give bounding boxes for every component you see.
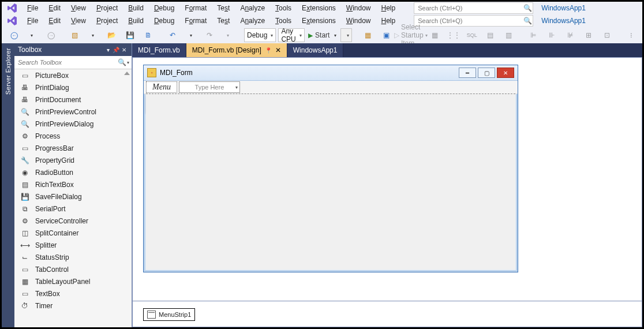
toolbox-item[interactable]: ⚙ServiceController (14, 215, 132, 227)
toolbox-item[interactable]: ▤RichTextBox (14, 178, 132, 190)
menu-build-2[interactable]: Build (123, 16, 148, 26)
undo-button[interactable]: ↶ (164, 29, 181, 42)
toolbox-item[interactable]: 🔧PropertyGrid (14, 154, 132, 166)
toolbox-item[interactable]: ⌙StatusStrip (14, 251, 132, 263)
redo-button[interactable]: ↷ (201, 29, 218, 42)
toolbar-btn-b[interactable]: ▣ (379, 29, 395, 42)
tab-mdiform-design[interactable]: MDI_Form.vb [Design]📍✕ (186, 43, 287, 57)
menu-view-2[interactable]: View (66, 16, 91, 26)
toolbox-item[interactable]: 🔍PrintPreviewControl (14, 106, 132, 118)
menu-test[interactable]: Test (212, 3, 234, 13)
minimize-button[interactable]: ━ (459, 68, 476, 78)
menu-format-2[interactable]: Format (180, 16, 211, 26)
toolbox-item[interactable]: 🔍PrintPreviewDialog (14, 118, 132, 130)
nav-back-drop[interactable]: ▾ (24, 29, 40, 42)
align-d-icon[interactable]: ⊞ (581, 29, 597, 42)
align-c-icon[interactable]: ⊯ (562, 29, 578, 42)
menu-test-2[interactable]: Test (212, 16, 234, 26)
toolbox-item[interactable]: 🖶PrintDialog (14, 81, 132, 94)
new-drop[interactable]: ▾ (85, 29, 101, 42)
align-a-icon[interactable]: ⊫ (525, 29, 541, 42)
toolbar-btn-a[interactable]: ▦ (360, 29, 376, 42)
tab-close-icon[interactable]: ✕ (275, 46, 281, 54)
toolbox-item[interactable]: ▭TabControl (14, 263, 132, 275)
undo-drop[interactable]: ▾ (183, 29, 199, 42)
menu-file[interactable]: File (23, 3, 43, 13)
dots-icon[interactable]: ⋮⋮ (445, 29, 462, 42)
config-dropdown[interactable]: Debug▾ (244, 28, 276, 42)
db-icon[interactable]: ▤ (482, 29, 499, 42)
attach-dropdown[interactable]: ▾ (340, 28, 352, 42)
toolbox-item[interactable]: ⟷Splitter (14, 239, 132, 251)
toolbox-item[interactable]: 💾SaveFileDialog (14, 190, 132, 203)
menu-view[interactable]: View (66, 3, 91, 13)
nav-back-button[interactable]: ◯← (5, 29, 21, 42)
align-b-icon[interactable]: ⊪ (544, 29, 560, 42)
toolbox-item[interactable]: ⚙Process (14, 130, 132, 142)
db2-icon[interactable]: ▥ (501, 29, 517, 42)
menu-help[interactable]: Help (377, 3, 400, 13)
maximize-button[interactable]: ▢ (478, 68, 495, 78)
save-all-button[interactable]: 🗎 (140, 29, 156, 42)
menu-tools[interactable]: Tools (271, 3, 296, 13)
scroll-up-icon[interactable] (124, 72, 130, 75)
toolbox-pin-icon[interactable]: 📌 (112, 47, 120, 53)
menu-file-2[interactable]: File (23, 16, 43, 26)
toolbox-menu-icon[interactable]: ▾ (104, 47, 112, 53)
menu-analyze[interactable]: Analyze (235, 3, 269, 13)
menu-debug-2[interactable]: Debug (149, 16, 179, 26)
sql-icon[interactable]: SQL (464, 29, 480, 42)
menu-window-2[interactable]: Window (342, 16, 376, 26)
toolbox-item[interactable]: ⏱Timer (14, 300, 132, 312)
new-project-button[interactable]: ▧ (66, 29, 83, 42)
toolbox-item[interactable]: ▭TextBox (14, 287, 132, 300)
menu-item-menu[interactable]: Menu (146, 81, 177, 93)
menu-extensions[interactable]: Extensions (297, 3, 340, 13)
menu-extensions-2[interactable]: Extensions (297, 16, 340, 26)
form-window[interactable]: ▫ MDI_Form ━ ▢ ✕ Menu Type Here▾ (143, 65, 518, 272)
designer-surface[interactable]: ▫ MDI_Form ━ ▢ ✕ Menu Type Here▾ (132, 57, 642, 327)
toolbox-search-input[interactable] (14, 59, 117, 66)
form-client-area[interactable] (146, 94, 515, 270)
menu-project-2[interactable]: Project (92, 16, 122, 26)
platform-dropdown[interactable]: Any CPU▾ (278, 28, 304, 42)
menu-help-2[interactable]: Help (377, 16, 400, 26)
tab-mdiform-vb[interactable]: MDI_Form.vb (132, 43, 186, 57)
server-explorer-tab[interactable]: Server Explorer (2, 43, 14, 327)
toolbox-item[interactable]: ▭ProgressBar (14, 142, 132, 154)
solution-name[interactable]: WindowsApp1 (541, 4, 586, 12)
toolbox-search[interactable]: 🔍 ▾ (14, 56, 132, 69)
menu-project[interactable]: Project (92, 3, 122, 13)
open-button[interactable]: 📂 (103, 29, 119, 42)
menu-debug[interactable]: Debug (149, 3, 179, 13)
ide-search-input[interactable] (414, 5, 522, 12)
menu-tools-2[interactable]: Tools (271, 16, 296, 26)
overflow-icon[interactable]: ⫶ (623, 29, 639, 42)
menustrip[interactable]: Menu Type Here▾ Type Here (144, 81, 518, 94)
save-button[interactable]: 💾 (122, 29, 138, 42)
toolbox-close-icon[interactable]: ✕ (120, 47, 128, 53)
toolbox-item[interactable]: 🖶PrintDocument (14, 94, 132, 106)
align-e-icon[interactable]: ⊡ (599, 29, 615, 42)
pin-icon[interactable]: 📍 (265, 47, 272, 54)
menu-edit[interactable]: Edit (44, 3, 65, 13)
toolbox-search-drop[interactable]: ▾ (127, 60, 132, 65)
ide-search-input-2[interactable] (414, 17, 522, 24)
menu-analyze-2[interactable]: Analyze (235, 16, 269, 26)
close-button[interactable]: ✕ (497, 68, 514, 78)
menu-build[interactable]: Build (123, 3, 148, 13)
menu-format[interactable]: Format (180, 3, 211, 13)
toolbox-item[interactable]: ⧉SerialPort (14, 203, 132, 215)
tab-windowsapp1[interactable]: WindowsApp1 (287, 43, 344, 57)
menu-edit-2[interactable]: Edit (44, 16, 65, 26)
redo-drop[interactable]: ▾ (220, 29, 236, 42)
solution-name-2[interactable]: WindowsApp1 (541, 17, 586, 25)
toolbox-item[interactable]: ▭PictureBox (14, 69, 132, 81)
ide-search[interactable]: 🔍 (414, 2, 533, 14)
start-button[interactable]: ▶Start▾ (313, 29, 332, 42)
tray-menustrip1[interactable]: MenuStrip1 (143, 308, 195, 321)
grid-icon[interactable]: ▦ (427, 29, 443, 42)
toolbox-item[interactable]: ▦TableLayoutPanel (14, 275, 132, 287)
nav-fwd-button[interactable]: ◯→ (42, 29, 58, 42)
ide-search-2[interactable]: 🔍 (414, 15, 533, 27)
